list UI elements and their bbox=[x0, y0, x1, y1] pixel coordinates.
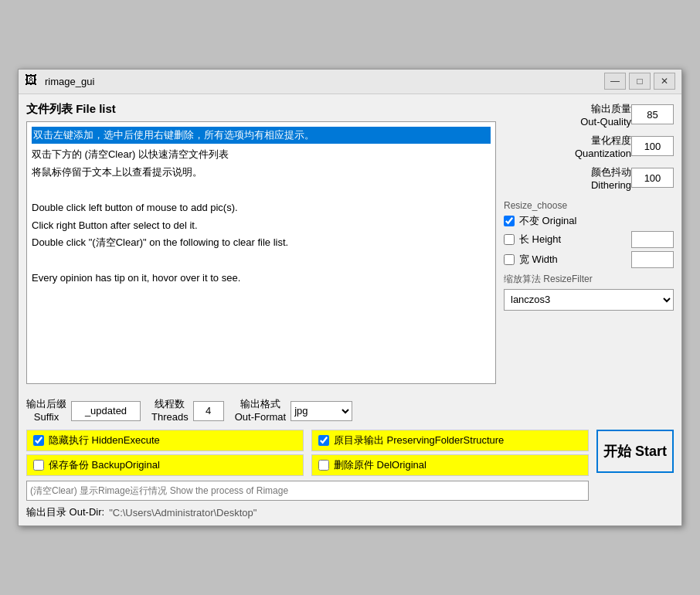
dithering-label: 颜色抖动Dithering bbox=[504, 165, 631, 191]
backup-checkbox[interactable] bbox=[33, 460, 44, 471]
hidden-execute-row: 隐藏执行 HiddenExecute bbox=[26, 430, 304, 451]
width-checkbox-row: 宽 Width bbox=[504, 251, 674, 268]
hidden-execute-checkbox[interactable] bbox=[33, 435, 44, 446]
threads-label: 线程数Threads bbox=[151, 398, 189, 424]
del-original-row: 删除原件 DelOriginal bbox=[311, 454, 589, 476]
del-original-checkbox[interactable] bbox=[318, 460, 329, 471]
bottom-bar: 输出后缀Suffix 线程数Threads 输出格式Out-Format jpg… bbox=[19, 392, 681, 526]
format-select[interactable]: jpg png webp avif bbox=[291, 401, 352, 421]
preserving-checkbox[interactable] bbox=[318, 435, 329, 446]
out-quality-label: 输出质量Out-Quality bbox=[504, 102, 631, 128]
del-original-label: 删除原件 DelOriginal bbox=[334, 458, 426, 472]
left-panel: 文件列表 File list 双击左键添加，选中后使用右键删除，所有选项均有相应… bbox=[26, 102, 496, 384]
out-quality-group: 输出质量Out-Quality bbox=[504, 102, 674, 128]
resize-section: Resize_choose 不变 Original 长 Height 宽 Wid… bbox=[504, 200, 674, 311]
out-quality-input[interactable] bbox=[631, 104, 674, 124]
file-list-highlight: 双击左键添加，选中后使用右键删除，所有选项均有相应提示。 bbox=[32, 127, 491, 144]
file-list-line-4: Double click left button of mouse to add… bbox=[32, 200, 491, 216]
hidden-execute-label: 隐藏执行 HiddenExecute bbox=[49, 434, 160, 447]
bottom-left-area: 隐藏执行 HiddenExecute 原目录输出 PreservingFolde… bbox=[26, 430, 589, 519]
preserving-label: 原目录输出 PreservingFolderStructure bbox=[334, 434, 504, 447]
height-checkbox-row: 长 Height bbox=[504, 231, 674, 248]
start-button[interactable]: 开始 Start bbox=[596, 430, 674, 473]
file-list-label: 文件列表 File list bbox=[26, 102, 496, 117]
bottom-main-area: 隐藏执行 HiddenExecute 原目录输出 PreservingFolde… bbox=[26, 430, 674, 519]
maximize-button[interactable]: □ bbox=[629, 73, 651, 90]
suffix-group: 输出后缀Suffix bbox=[26, 398, 141, 424]
width-input[interactable] bbox=[631, 251, 674, 268]
window-title: rimage_gui bbox=[45, 76, 604, 87]
file-list-line-3 bbox=[32, 182, 491, 199]
dithering-input[interactable] bbox=[631, 168, 674, 188]
title-bar: 🖼 rimage_gui — □ ✕ bbox=[19, 70, 681, 94]
original-label: 不变 Original bbox=[519, 214, 576, 228]
quantization-label: 量化程度Quantization bbox=[504, 134, 631, 159]
suffix-label: 输出后缀Suffix bbox=[26, 398, 66, 424]
file-list-line-1: 双击下方的 (清空Clear) 以快速清空文件列表 bbox=[32, 147, 491, 163]
suffix-input[interactable] bbox=[71, 401, 141, 421]
outdir-row: 输出目录 Out-Dir: "C:\Users\Administrator\De… bbox=[26, 505, 589, 519]
file-list-box[interactable]: 双击左键添加，选中后使用右键删除，所有选项均有相应提示。 双击下方的 (清空Cl… bbox=[26, 121, 496, 384]
format-label: 输出格式Out-Format bbox=[235, 398, 286, 424]
width-checkbox[interactable] bbox=[504, 254, 515, 265]
original-checkbox-row: 不变 Original bbox=[504, 214, 674, 228]
process-input[interactable] bbox=[26, 481, 589, 501]
file-list-line-5: Click right Button after select to del i… bbox=[32, 218, 491, 234]
close-button[interactable]: ✕ bbox=[654, 73, 675, 90]
process-row bbox=[26, 481, 589, 501]
file-list-line-6: Double click "(清空Clear)" on the followin… bbox=[32, 235, 491, 251]
width-label: 宽 Width bbox=[519, 253, 558, 267]
main-window: 🖼 rimage_gui — □ ✕ 文件列表 File list 双击左键添加… bbox=[18, 69, 682, 527]
outdir-value: "C:\Users\Administrator\Desktop" bbox=[109, 507, 257, 518]
backup-label: 保存备份 BackupOriginal bbox=[49, 458, 160, 472]
minimize-button[interactable]: — bbox=[604, 73, 626, 90]
height-input[interactable] bbox=[631, 231, 674, 248]
file-list-line-2: 将鼠标停留于文本上以查看提示说明。 bbox=[32, 165, 491, 181]
resize-choose-label: Resize_choose bbox=[504, 200, 674, 211]
resize-filter-select[interactable]: lanczos3 nearest bilinear bicubic bbox=[504, 289, 674, 311]
resize-filter-label: 缩放算法 ResizeFilter bbox=[504, 273, 674, 286]
outdir-label: 输出目录 Out-Dir: bbox=[26, 505, 104, 519]
threads-group: 线程数Threads bbox=[151, 398, 224, 424]
window-controls: — □ ✕ bbox=[604, 73, 675, 90]
format-group: 输出格式Out-Format jpg png webp avif bbox=[235, 398, 352, 424]
threads-input[interactable] bbox=[193, 401, 224, 421]
dithering-group: 颜色抖动Dithering bbox=[504, 165, 674, 191]
quantization-input[interactable] bbox=[631, 136, 674, 156]
original-checkbox[interactable] bbox=[504, 216, 515, 226]
app-icon: 🖼 bbox=[25, 73, 40, 89]
height-label: 长 Height bbox=[519, 233, 561, 246]
preserving-row: 原目录输出 PreservingFolderStructure bbox=[311, 430, 589, 451]
bottom-row1: 输出后缀Suffix 线程数Threads 输出格式Out-Format jpg… bbox=[26, 398, 674, 424]
file-list-line-8: Every opinion has tip on it, hovor over … bbox=[32, 270, 491, 287]
checkbox-section: 隐藏执行 HiddenExecute 原目录输出 PreservingFolde… bbox=[26, 430, 589, 476]
resize-filter-row: 缩放算法 ResizeFilter lanczos3 nearest bilin… bbox=[504, 273, 674, 311]
quantization-group: 量化程度Quantization bbox=[504, 134, 674, 159]
height-checkbox[interactable] bbox=[504, 234, 515, 245]
right-panel: 输出质量Out-Quality 量化程度Quantization 颜色抖动Dit… bbox=[504, 102, 674, 384]
main-content: 文件列表 File list 双击左键添加，选中后使用右键删除，所有选项均有相应… bbox=[19, 94, 681, 392]
backup-row: 保存备份 BackupOriginal bbox=[26, 454, 304, 476]
file-list-line-7 bbox=[32, 253, 491, 269]
